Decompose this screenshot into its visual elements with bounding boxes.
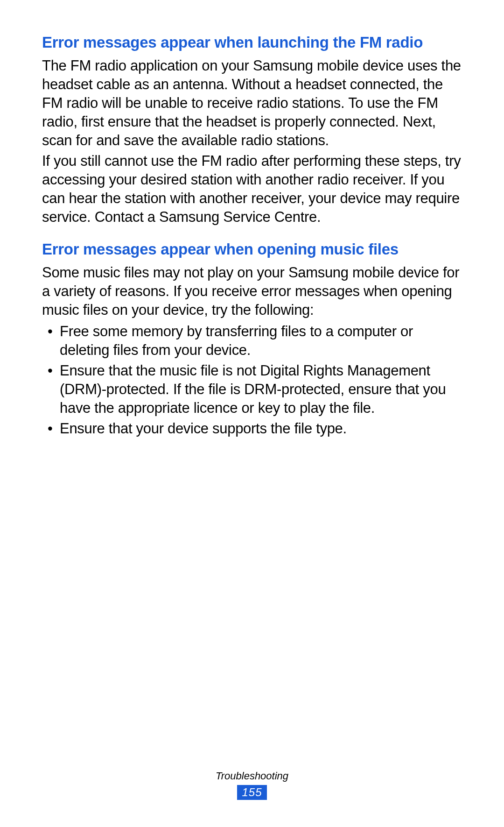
page-content: Error messages appear when launching the…: [42, 33, 462, 438]
list-item: Ensure that your device supports the fil…: [42, 419, 462, 438]
section1-para2: If you still cannot use the FM radio aft…: [42, 152, 462, 226]
list-item: Free some memory by transferring files t…: [42, 322, 462, 360]
footer-label: Troubleshooting: [0, 770, 504, 782]
list-item: Ensure that the music file is not Digita…: [42, 361, 462, 417]
page-number: 155: [237, 785, 266, 800]
bullet-list: Free some memory by transferring files t…: [42, 322, 462, 438]
page-footer: Troubleshooting 155: [0, 770, 504, 800]
section2-heading: Error messages appear when opening music…: [42, 240, 462, 260]
section1-para1: The FM radio application on your Samsung…: [42, 57, 462, 150]
section2-para1: Some music files may not play on your Sa…: [42, 263, 462, 319]
section1-heading: Error messages appear when launching the…: [42, 33, 462, 53]
